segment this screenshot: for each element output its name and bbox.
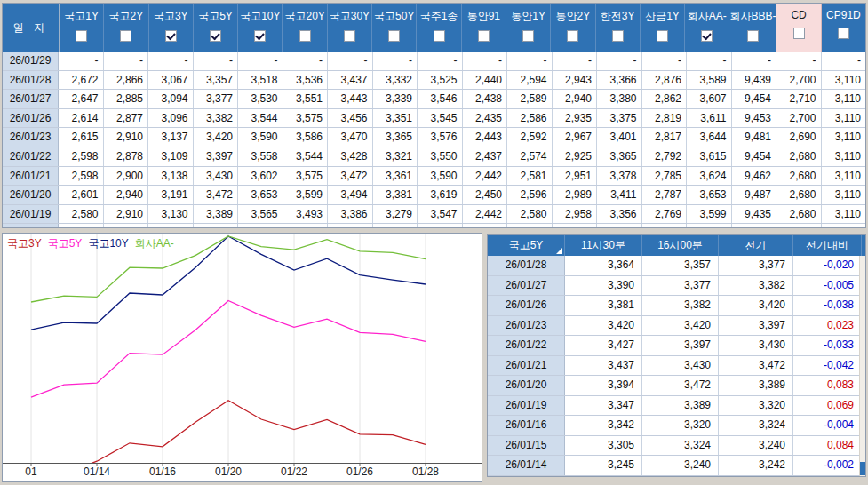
column-header[interactable]: 통안91 — [462, 4, 506, 52]
value-cell: 2,680 — [776, 186, 822, 204]
detail-row[interactable]: 26/01/203,3943,4723,3890,083 — [488, 376, 865, 396]
value-cell: 2,878 — [104, 147, 149, 166]
checkbox-unchecked[interactable] — [120, 30, 131, 42]
detail-row[interactable]: 26/01/193,3473,3893,3200,069 — [488, 396, 865, 417]
checkbox-unchecked[interactable] — [478, 30, 490, 42]
date-cell: 26/01/21 — [3, 167, 59, 186]
column-header[interactable]: 국고10Y — [238, 4, 283, 52]
checkbox-checked[interactable] — [701, 30, 713, 42]
column-header-label: 국고2Y — [109, 9, 144, 24]
detail-row[interactable]: 26/01/153,3053,3243,2400,084 — [488, 436, 865, 457]
detail-row[interactable]: 26/01/223,4273,3973,430-0,033 — [488, 336, 865, 356]
value-cell: 2,680 — [776, 147, 822, 166]
value-cell: 3,546 — [418, 90, 463, 108]
checkbox-unchecked[interactable] — [838, 28, 849, 39]
column-header[interactable]: 국고1Y — [60, 4, 104, 52]
column-header[interactable]: 통안1Y — [506, 4, 551, 52]
value-cell: 3,356 — [597, 205, 642, 224]
checkbox-unchecked[interactable] — [657, 30, 668, 42]
value-cell: 3,110 — [822, 128, 866, 147]
value-cell: 3,565 — [238, 205, 283, 224]
yield-chart-panel: 국고3Y국고5Y국고10Y회사AA- 0101/1401/1601/2001/2… — [2, 233, 482, 482]
checkbox-unchecked[interactable] — [388, 30, 400, 42]
checkbox-unchecked[interactable] — [434, 30, 445, 42]
value-cell: - — [194, 52, 239, 70]
column-header[interactable]: 회사BBB- — [729, 4, 776, 52]
value-cell: - — [418, 52, 463, 70]
value-cell: 2,450 — [463, 186, 508, 204]
column-header[interactable]: 국고3Y — [149, 4, 194, 52]
detail-row[interactable]: 26/01/263,3813,3823,420-0,038 — [488, 296, 865, 316]
x-axis-label: 01/22 — [281, 465, 307, 478]
detail-row[interactable]: 26/01/283,3643,3573,377-0,020 — [488, 256, 865, 276]
table-row[interactable]: 26/01/29------------------ — [3, 52, 865, 71]
column-header[interactable]: 국고2Y — [104, 4, 148, 52]
column-header[interactable]: 국고50Y — [372, 4, 417, 52]
table-row[interactable]: 26/01/282,6722,8663,0673,3573,5183,5363,… — [3, 71, 865, 91]
value-cell: 3,619 — [418, 186, 463, 204]
scrollbar-thumb[interactable] — [860, 462, 865, 475]
checkbox-unchecked[interactable] — [522, 30, 534, 42]
value-cell: 2,437 — [463, 147, 508, 166]
column-header-label: 회사BBB- — [729, 9, 776, 24]
table-row[interactable]: 26/01/202,6012,9403,1913,4723,6533,5993,… — [3, 186, 865, 205]
table-row[interactable]: 26/01/272,6472,8853,0943,3773,5303,5513,… — [3, 90, 865, 109]
checkbox-unchecked[interactable] — [612, 30, 624, 42]
column-header[interactable]: 국고30Y — [328, 4, 372, 52]
date-cell: 26/01/29 — [3, 52, 59, 70]
checkbox-checked[interactable] — [254, 30, 266, 42]
value-cell: 3,382 — [194, 109, 239, 128]
checkbox-checked[interactable] — [165, 30, 177, 42]
detail-row[interactable]: 26/01/273,3903,3773,382-0,005 — [488, 276, 865, 297]
column-header-label: 통안91 — [467, 9, 500, 24]
detail-prev-cell: 3,389 — [719, 376, 793, 395]
value-cell: 3,366 — [597, 71, 642, 90]
value-cell: 3,332 — [373, 71, 418, 90]
table-row[interactable]: 26/01/232,6152,9103,1373,4203,5903,5863,… — [3, 128, 865, 147]
column-header[interactable]: 국고5Y — [194, 4, 238, 52]
value-cell — [59, 224, 104, 228]
value-cell — [822, 224, 866, 228]
checkbox-checked[interactable] — [210, 30, 221, 42]
column-header-label: 국고20Y — [284, 9, 324, 24]
detail-series-header[interactable]: 국고5Y — [488, 235, 565, 256]
value-cell: 3,110 — [822, 90, 866, 108]
checkbox-unchecked[interactable] — [76, 30, 87, 42]
column-header[interactable]: 회사AA- — [685, 4, 729, 52]
detail-row[interactable]: 26/01/213,4373,4303,472-0,042 — [488, 356, 865, 377]
checkbox-unchecked[interactable] — [747, 30, 759, 42]
table-row[interactable]: 26/01/212,5982,9003,1383,4303,6023,5753,… — [3, 167, 865, 187]
detail-prev-cell: 3,382 — [719, 276, 793, 296]
column-header[interactable]: 산금1Y — [641, 4, 685, 52]
value-cell — [328, 224, 373, 228]
value-cell: 2,925 — [553, 147, 598, 166]
table-row[interactable]: 26/01/262,6142,8773,0963,3823,5443,5753,… — [3, 109, 865, 129]
value-cell: 2,596 — [507, 186, 553, 204]
detail-row[interactable]: 26/01/233,4203,4203,3970,023 — [488, 316, 865, 337]
table-row[interactable]: 26/01/222,5982,8783,1093,3973,5583,5443,… — [3, 147, 865, 167]
value-cell: 3,575 — [283, 167, 329, 186]
value-cell: 3,110 — [822, 147, 866, 166]
value-cell: 3,110 — [822, 205, 866, 224]
checkbox-unchecked[interactable] — [793, 28, 805, 39]
value-cell: 2,680 — [776, 167, 822, 186]
column-header[interactable]: 국고20Y — [283, 4, 327, 52]
scrollbar[interactable] — [859, 256, 865, 476]
checkbox-unchecked[interactable] — [299, 30, 311, 42]
column-header[interactable]: 국주1종 — [417, 4, 461, 52]
column-header-label: 통안2Y — [556, 9, 591, 24]
detail-row[interactable]: 26/01/143,2453,2403,242-0,002 — [488, 456, 865, 476]
column-header[interactable]: CD — [776, 4, 821, 52]
detail-date-cell: 26/01/16 — [488, 416, 565, 435]
table-row[interactable]: 26/01/192,5802,9103,1303,3893,5653,4933,… — [3, 205, 865, 225]
column-header[interactable]: CP91D — [822, 4, 865, 52]
column-header[interactable]: 한전3Y — [596, 4, 641, 52]
detail-1130-cell: 3,390 — [565, 276, 642, 296]
checkbox-unchecked[interactable] — [344, 30, 355, 42]
column-header[interactable]: 통안2Y — [551, 4, 595, 52]
checkbox-unchecked[interactable] — [567, 30, 578, 42]
detail-header-cell: 전기대비 — [793, 235, 862, 256]
value-cell — [463, 224, 508, 228]
x-axis-label: 01/26 — [346, 465, 373, 478]
detail-row[interactable]: 26/01/163,3423,3203,324-0,004 — [488, 416, 865, 436]
